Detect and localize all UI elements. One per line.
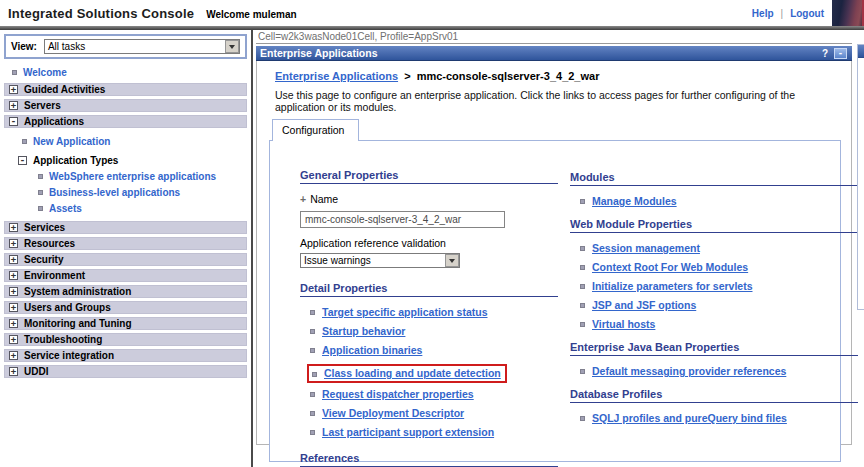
- sidebar-section-servers[interactable]: + Servers: [4, 99, 247, 112]
- chevron-down-icon: [229, 45, 235, 49]
- sidebar-section-services[interactable]: + Services: [4, 221, 247, 234]
- sidebar-section-service-integration[interactable]: + Service integration: [4, 349, 247, 362]
- breadcrumb-parent-link[interactable]: Enterprise Applications: [275, 70, 398, 82]
- list-item[interactable]: Initialize parameters for servlets: [580, 280, 858, 292]
- sidebar-item-assets[interactable]: Assets: [0, 201, 251, 217]
- list-item[interactable]: Session management: [580, 242, 858, 254]
- sidebar-section-label: Guided Activities: [24, 84, 105, 95]
- sqlj-profiles-and-purequery-bind-files-link[interactable]: SQLJ profiles and pureQuery bind files: [592, 412, 787, 424]
- class-loading-and-update-detection-link[interactable]: Class loading and update detection: [324, 367, 501, 379]
- view-selector-box: View: All tasks: [4, 34, 247, 59]
- jsp-and-jsf-options-link[interactable]: JSP and JSF options: [592, 299, 696, 311]
- logout-link[interactable]: Logout: [790, 8, 824, 19]
- list-item[interactable]: Default messaging provider references: [580, 365, 858, 377]
- sidebar-section-applications[interactable]: - Applications: [4, 115, 247, 128]
- list-item[interactable]: Context Root For Web Modules: [580, 261, 858, 273]
- app-title: Integrated Solutions Console: [8, 6, 194, 21]
- tab-configuration[interactable]: Configuration: [272, 119, 359, 141]
- expand-icon[interactable]: +: [9, 101, 18, 110]
- request-dispatcher-properties-link[interactable]: Request dispatcher properties: [322, 388, 474, 400]
- sidebar-section-label: Users and Groups: [24, 302, 111, 313]
- initialize-parameters-for-servlets-link[interactable]: Initialize parameters for servlets: [592, 280, 753, 292]
- sidebar-section-label: System administration: [24, 286, 131, 297]
- default-messaging-provider-references-link[interactable]: Default messaging provider references: [592, 365, 786, 377]
- expand-icon[interactable]: +: [9, 351, 18, 360]
- last-participant-support-extension-link[interactable]: Last participant support extension: [322, 426, 494, 438]
- name-field[interactable]: [300, 211, 505, 228]
- view-deployment-descriptor-link[interactable]: View Deployment Descriptor: [322, 407, 464, 419]
- collapse-icon[interactable]: -: [9, 117, 18, 126]
- square-bullet-icon: [310, 392, 315, 397]
- sidebar-section-system-administration[interactable]: + System administration: [4, 285, 247, 298]
- cutoff-panel-titlebar: [858, 45, 864, 58]
- sidebar-section-resources[interactable]: + Resources: [4, 237, 247, 250]
- session-management-link[interactable]: Session management: [592, 242, 700, 254]
- square-bullet-icon: [38, 206, 43, 211]
- page-description: Use this page to configure an enterprise…: [275, 89, 841, 113]
- list-item[interactable]: Target specific application status: [310, 306, 558, 318]
- list-item[interactable]: Application binaries: [310, 344, 558, 356]
- expand-icon[interactable]: +: [9, 303, 18, 312]
- name-field-label: +Name: [300, 193, 558, 205]
- validation-select-dropdown-button[interactable]: [445, 254, 459, 267]
- view-select[interactable]: All tasks: [44, 39, 240, 54]
- sidebar-item-application-types[interactable]: - Application Types: [0, 152, 251, 169]
- list-item[interactable]: Manage Modules: [580, 195, 858, 207]
- list-item[interactable]: Last participant support extension: [310, 426, 558, 438]
- startup-behavior-link[interactable]: Startup behavior: [322, 325, 405, 337]
- list-item[interactable]: Startup behavior: [310, 325, 558, 337]
- sidebar-item-new-application[interactable]: New Application: [0, 133, 251, 152]
- help-link[interactable]: Help: [752, 8, 774, 19]
- expand-icon[interactable]: +: [9, 319, 18, 328]
- sidebar-main-divider: [251, 30, 253, 467]
- square-bullet-icon: [310, 411, 315, 416]
- list-item[interactable]: JSP and JSF options: [580, 299, 858, 311]
- panel-help-icon[interactable]: ?: [822, 48, 828, 59]
- sidebar-section-environment[interactable]: + Environment: [4, 269, 247, 282]
- header-links: Help | Logout: [752, 8, 824, 19]
- view-select-value: All tasks: [45, 41, 225, 52]
- panel-minimize-icon[interactable]: -: [834, 48, 847, 59]
- sidebar-section-troubleshooting[interactable]: + Troubleshooting: [4, 333, 247, 346]
- list-item[interactable]: SQLJ profiles and pureQuery bind files: [580, 412, 858, 424]
- validation-select[interactable]: Issue warnings: [300, 253, 460, 268]
- view-select-dropdown-button[interactable]: [225, 40, 239, 53]
- virtual-hosts-link[interactable]: Virtual hosts: [592, 318, 655, 330]
- sidebar-item-websphere-enterprise-applications[interactable]: WebSphere enterprise applications: [0, 169, 251, 185]
- expand-icon[interactable]: +: [9, 239, 18, 248]
- right-column: Modules Manage Modules Web Module Proper…: [570, 171, 858, 431]
- expand-icon[interactable]: +: [9, 85, 18, 94]
- sidebar-section-monitoring-and-tuning[interactable]: + Monitoring and Tuning: [4, 317, 247, 330]
- sidebar-item-business-level-applications[interactable]: Business-level applications: [0, 185, 251, 201]
- header-links-divider: |: [781, 8, 784, 19]
- collapse-icon[interactable]: -: [18, 156, 27, 165]
- expand-icon[interactable]: +: [9, 367, 18, 376]
- sidebar-item-label: New Application: [33, 136, 110, 147]
- chevron-down-icon: [449, 259, 455, 263]
- expand-icon[interactable]: +: [9, 287, 18, 296]
- list-item[interactable]: Virtual hosts: [580, 318, 858, 330]
- sidebar-section-users-and-groups[interactable]: + Users and Groups: [4, 301, 247, 314]
- target-specific-application-status-link[interactable]: Target specific application status: [322, 306, 488, 318]
- cutoff-help-panel-fragment: [857, 44, 864, 310]
- sidebar-section-label: Security: [24, 254, 63, 265]
- sidebar-section-guided-activities[interactable]: + Guided Activities: [4, 83, 247, 96]
- sidebar-section-security[interactable]: + Security: [4, 253, 247, 266]
- square-bullet-icon: [580, 369, 585, 374]
- expand-icon[interactable]: +: [9, 223, 18, 232]
- application-binaries-link[interactable]: Application binaries: [322, 344, 422, 356]
- context-root-for-web-modules-link[interactable]: Context Root For Web Modules: [592, 261, 748, 273]
- sidebar-section-label: Environment: [24, 270, 85, 281]
- list-item[interactable]: View Deployment Descriptor: [310, 407, 558, 419]
- view-label: View:: [11, 41, 37, 52]
- sidebar-item-welcome[interactable]: Welcome: [0, 64, 251, 83]
- sidebar-section-uddi[interactable]: + UDDI: [4, 365, 247, 378]
- list-item[interactable]: Request dispatcher properties: [310, 388, 558, 400]
- expand-icon[interactable]: +: [9, 255, 18, 264]
- manage-modules-link[interactable]: Manage Modules: [592, 195, 677, 207]
- square-bullet-icon: [580, 199, 585, 204]
- sidebar-section-label: Services: [24, 222, 65, 233]
- square-bullet-icon: [580, 284, 585, 289]
- expand-icon[interactable]: +: [9, 335, 18, 344]
- expand-icon[interactable]: +: [9, 271, 18, 280]
